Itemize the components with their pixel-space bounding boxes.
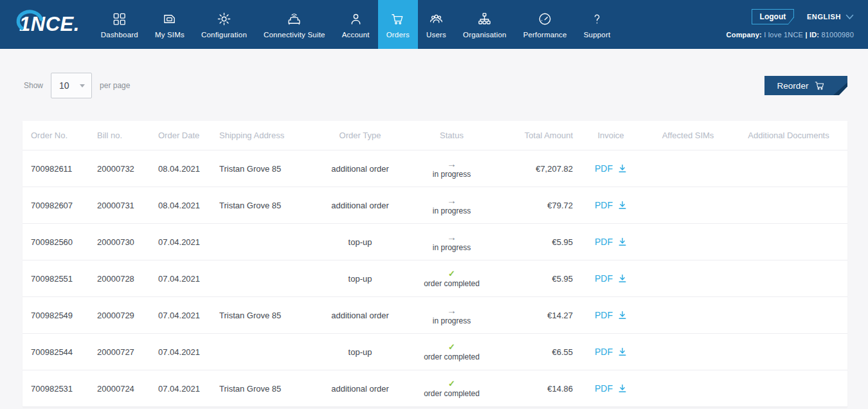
cell-order-no: 700982551 (23, 274, 93, 284)
nav-item-performance[interactable]: Performance (515, 0, 575, 49)
cell-order-date: 07.04.2021 (154, 384, 215, 394)
invoice-pdf-link[interactable]: PDF (575, 200, 646, 210)
arrow-right-icon: → (447, 232, 457, 243)
nav-item-connectivity-suite[interactable]: Connectivity Suite (255, 0, 334, 49)
table-row: 7009825312000072407.04.2021Tristan Grove… (23, 370, 847, 407)
cell-bill-no: 20000724 (93, 384, 154, 394)
cell-status: →in progress (415, 158, 489, 179)
invoice-pdf-link[interactable]: PDF (575, 163, 646, 174)
table-row: 7009825602000073007.04.2021top-up→in pro… (23, 224, 847, 260)
cell-order-no: 700982560 (23, 237, 93, 247)
cell-order-date: 07.04.2021 (154, 274, 215, 284)
status-label: in progress (433, 206, 471, 215)
gauge-icon (538, 11, 552, 26)
cell-order-type: additional order (305, 164, 415, 174)
reorder-button[interactable]: Reorder (764, 76, 847, 95)
column-header-bill-no-: Bill no. (93, 131, 154, 140)
column-header-affected-sims: Affected SIMs (646, 131, 730, 140)
orders-table: Order No.Bill no.Order DateShipping Addr… (23, 121, 847, 407)
reorder-label: Reorder (777, 81, 809, 91)
column-header-invoice: Invoice (575, 131, 646, 140)
table-row: 7009825442000072707.04.2021top-up✓order … (23, 334, 847, 370)
nav-item-label: Configuration (201, 31, 247, 39)
invoice-pdf-link[interactable]: PDF (575, 237, 646, 247)
language-selector[interactable]: ENGLISH (807, 13, 854, 21)
download-icon (618, 347, 627, 356)
cell-order-type: additional order (305, 311, 415, 320)
status-label: in progress (433, 243, 471, 252)
company-id: 81000980 (821, 31, 854, 39)
cart-icon (390, 11, 405, 26)
nav-item-label: My SIMs (155, 31, 185, 39)
cell-total-amount: €5.95 (489, 274, 575, 284)
cell-total-amount: €14.86 (489, 384, 575, 394)
cell-shipping-address: Tristan Grove 85 (215, 311, 305, 320)
table-header-row: Order No.Bill no.Order DateShipping Addr… (23, 121, 847, 150)
nav-item-dashboard[interactable]: Dashboard (93, 0, 147, 49)
top-navigation-bar: 1NCE. DashboardMy SIMsConfigurationConne… (0, 0, 868, 49)
nav-item-my-sims[interactable]: My SIMs (147, 0, 193, 49)
status-label: in progress (433, 170, 471, 179)
download-icon (618, 274, 627, 283)
nav-item-label: Dashboard (101, 31, 138, 39)
check-icon: ✓ (448, 269, 455, 279)
page-size-select[interactable]: 10 (51, 73, 92, 98)
column-header-order-date: Order Date (154, 131, 215, 140)
column-header-order-no-: Order No. (23, 131, 93, 140)
download-icon (618, 311, 627, 320)
cell-status: →in progress (415, 232, 489, 252)
pdf-label: PDF (595, 163, 613, 174)
invoice-pdf-link[interactable]: PDF (575, 310, 646, 320)
nav-right-area: Logout ENGLISH Company: I love 1NCE | ID… (727, 9, 854, 39)
status-label: order completed (424, 279, 480, 288)
nav-item-label: Users (426, 31, 446, 39)
cell-status: ✓order completed (415, 342, 489, 361)
connectivity-icon (287, 11, 302, 26)
page-size-value: 10 (59, 80, 69, 91)
logout-button[interactable]: Logout (752, 9, 794, 24)
cell-invoice: PDF (575, 237, 646, 247)
check-icon: ✓ (448, 342, 455, 352)
pdf-label: PDF (595, 200, 613, 210)
nav-item-label: Connectivity Suite (264, 31, 325, 39)
cell-status: →in progress (415, 195, 489, 215)
table-row: 7009826072000073108.04.2021Tristan Grove… (23, 187, 847, 224)
invoice-pdf-link[interactable]: PDF (575, 383, 646, 394)
table-row: 7009825512000072807.04.2021top-up✓order … (23, 260, 847, 297)
language-label: ENGLISH (807, 13, 841, 21)
cell-order-type: additional order (305, 201, 415, 210)
cell-order-type: top-up (305, 347, 415, 357)
show-label: Show (24, 81, 43, 90)
cell-total-amount: €14.27 (489, 311, 575, 320)
nav-item-label: Orders (386, 31, 410, 39)
sim-icon (162, 11, 177, 26)
download-icon (618, 164, 627, 173)
cell-total-amount: €7,207.82 (489, 164, 575, 174)
cell-bill-no: 20000729 (93, 311, 154, 320)
status-label: order completed (424, 389, 480, 398)
cell-order-type: top-up (305, 237, 415, 247)
cell-order-no: 700982611 (23, 164, 93, 174)
arrow-right-icon: → (447, 195, 457, 206)
nav-item-account[interactable]: Account (334, 0, 378, 49)
nav-item-users[interactable]: Users (418, 0, 455, 49)
column-header-order-type: Order Type (305, 131, 415, 140)
company-name: I love 1NCE (764, 31, 803, 39)
pdf-label: PDF (595, 273, 613, 284)
invoice-pdf-link[interactable]: PDF (575, 347, 646, 357)
cell-invoice: PDF (575, 310, 646, 320)
brand-logo[interactable]: 1NCE. (0, 0, 89, 49)
invoice-pdf-link[interactable]: PDF (575, 273, 646, 284)
pdf-label: PDF (595, 310, 613, 320)
chevron-down-icon (845, 14, 854, 20)
nav-item-label: Account (342, 31, 370, 39)
cell-total-amount: €5.95 (489, 237, 575, 247)
cell-order-no: 700982544 (23, 347, 93, 357)
nav-item-support[interactable]: Support (575, 0, 619, 49)
nav-item-organisation[interactable]: Organisation (455, 0, 515, 49)
nav-item-orders[interactable]: Orders (378, 0, 418, 49)
check-icon: ✓ (448, 379, 455, 389)
column-header-total-amount: Total Amount (489, 131, 575, 140)
cell-order-date: 08.04.2021 (154, 164, 215, 174)
nav-item-configuration[interactable]: Configuration (193, 0, 255, 49)
